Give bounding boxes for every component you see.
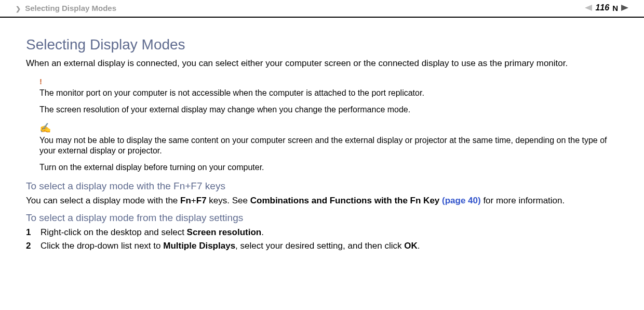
- page-content: Selecting Display Modes When an external…: [0, 18, 644, 251]
- note-block: ✍ You may not be able to display the sam…: [26, 122, 618, 173]
- text: .: [418, 241, 420, 251]
- page-header: ❯ Selecting Display Modes 116 N: [0, 0, 644, 18]
- link-title: Combinations and Functions with the Fn K…: [250, 196, 442, 205]
- list-item: 1 Right-click on the desktop and select …: [26, 227, 618, 238]
- bold-text: OK: [404, 241, 418, 251]
- note-text-2: Turn on the external display before turn…: [39, 162, 618, 173]
- steps-list: 1 Right-click on the desktop and select …: [26, 227, 618, 251]
- fn-key: Fn: [180, 196, 191, 205]
- fn-f7-paragraph: You can select a display mode with the F…: [26, 195, 618, 206]
- plus: +: [191, 196, 196, 205]
- text: for more information.: [481, 196, 565, 205]
- text: Click the drop-down list next to: [41, 241, 163, 251]
- page-number: 116: [595, 3, 609, 12]
- breadcrumb-text: Selecting Display Modes: [25, 4, 116, 12]
- warning-icon: !: [39, 77, 618, 87]
- bold-text: Screen resolution: [187, 227, 262, 237]
- step-number: 2: [26, 240, 32, 251]
- step-number: 1: [26, 227, 32, 238]
- text: Right-click on the desktop and select: [41, 227, 187, 237]
- pencil-icon: ✍: [39, 122, 618, 134]
- note-text-1: You may not be able to display the same …: [39, 135, 618, 156]
- text: .: [261, 227, 264, 237]
- breadcrumb: ❯ Selecting Display Modes: [16, 4, 116, 12]
- text: keys. See: [207, 196, 250, 205]
- bold-text: Multiple Displays: [163, 241, 235, 251]
- prev-page-icon[interactable]: [585, 5, 592, 11]
- warning-text-1: The monitor port on your computer is not…: [39, 88, 618, 98]
- subheading-fn-f7: To select a display mode with the Fn+F7 …: [26, 180, 618, 192]
- warning-block: ! The monitor port on your computer is n…: [26, 77, 618, 115]
- n-label: N: [612, 4, 618, 12]
- warning-text-2: The screen resolution of your external d…: [39, 105, 618, 115]
- text: , select your desired setting, and then …: [235, 241, 404, 251]
- step-text: Click the drop-down list next to Multipl…: [41, 240, 420, 251]
- subheading-display-settings: To select a display mode from the displa…: [26, 212, 618, 224]
- f7-key: F7: [196, 196, 207, 205]
- page-title: Selecting Display Modes: [26, 35, 618, 54]
- page-link[interactable]: (page 40): [442, 196, 481, 205]
- list-item: 2 Click the drop-down list next to Multi…: [26, 240, 618, 251]
- page-nav: 116 N: [585, 3, 628, 12]
- text: You can select a display mode with the: [26, 196, 180, 205]
- chevron-right-icon: ❯: [16, 5, 21, 12]
- next-page-icon[interactable]: [621, 5, 628, 11]
- intro-paragraph: When an external display is connected, y…: [26, 58, 618, 69]
- step-text: Right-click on the desktop and select Sc…: [41, 227, 264, 238]
